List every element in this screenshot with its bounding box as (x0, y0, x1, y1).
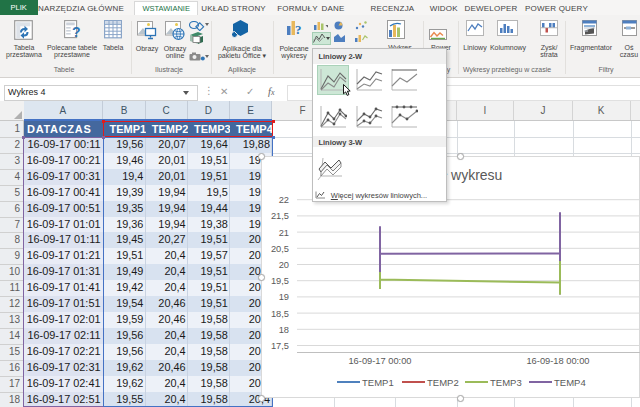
svg-text:?: ? (295, 22, 302, 37)
svg-text:?: ? (72, 24, 81, 40)
